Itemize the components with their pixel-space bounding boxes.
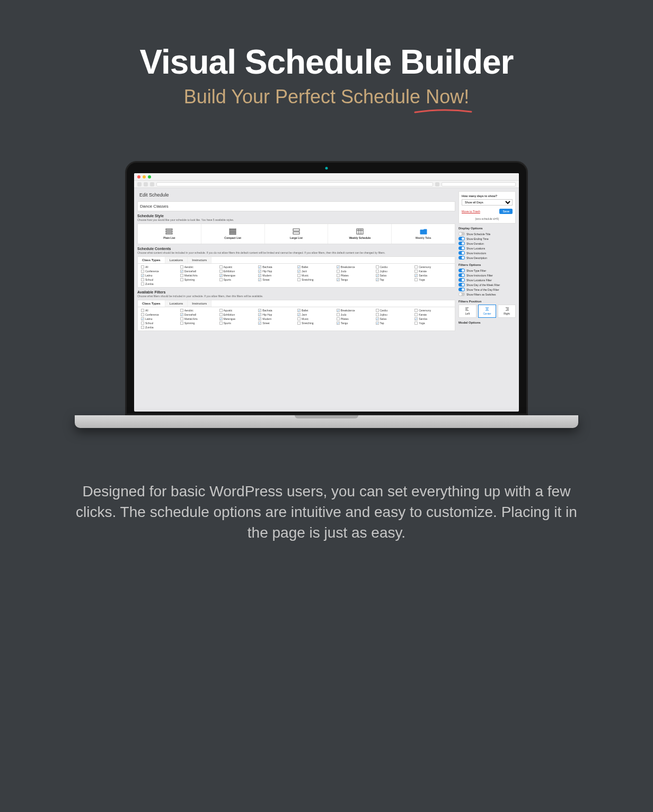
toggle-show-day-of-the-week-filter[interactable]: Show Day of the Week Filter xyxy=(458,282,516,287)
checkbox-yoga[interactable]: Yoga xyxy=(414,278,452,281)
maximize-icon[interactable] xyxy=(148,175,151,179)
checkbox-ballet[interactable]: Ballet xyxy=(297,309,334,312)
checkbox-bachata[interactable]: Bachata xyxy=(258,309,295,312)
toggle-show-time-of-the-day-filter[interactable]: Show Time of the Day Filter xyxy=(458,287,516,292)
minimize-icon[interactable] xyxy=(143,175,146,179)
checkbox-aerobic[interactable]: Aerobic xyxy=(180,265,217,269)
checkbox-bachata[interactable]: Bachata xyxy=(258,265,295,269)
toggle-show-type-filter[interactable]: Show Type Filter xyxy=(458,268,516,273)
checkbox-merengue[interactable]: Merengue xyxy=(219,274,257,277)
style-option-large-list[interactable]: Large List xyxy=(265,224,329,244)
checkbox-music[interactable]: Music xyxy=(297,274,334,277)
toggle-show-instructors[interactable]: Show Instructors xyxy=(458,251,516,255)
checkbox-latino[interactable]: Latino xyxy=(141,317,178,320)
checkbox-dancehall[interactable]: Dancehall xyxy=(180,270,217,273)
search-bar[interactable] xyxy=(442,182,516,186)
toggle-show-description[interactable]: Show Description xyxy=(458,255,516,260)
checkbox-zumba[interactable]: Zumba xyxy=(141,282,178,285)
checkbox-cardio[interactable]: Cardio xyxy=(376,309,413,312)
checkbox-modern[interactable]: Modern xyxy=(258,317,295,320)
style-option-plain-list[interactable]: Plain List xyxy=(138,224,201,244)
checkbox-sports[interactable]: Sports xyxy=(219,278,257,281)
position-center[interactable]: Center xyxy=(478,305,496,318)
checkbox-tap[interactable]: Tap xyxy=(376,278,413,281)
checkbox-dancehall[interactable]: Dancehall xyxy=(180,313,217,316)
tab-locations[interactable]: Locations xyxy=(165,257,188,263)
checkbox-samba[interactable]: Samba xyxy=(414,317,452,320)
checkbox-pilates[interactable]: Pilates xyxy=(337,317,374,320)
checkbox-conference[interactable]: Conference xyxy=(141,270,178,273)
toggle-show-schedule-title[interactable]: Show Schedule Title xyxy=(458,231,516,236)
close-icon[interactable] xyxy=(137,175,140,179)
checkbox-jujitsu[interactable]: Jujitsu xyxy=(376,270,413,273)
style-option-weekly-tabs[interactable]: Weekly Tabs xyxy=(392,224,455,244)
address-bar[interactable] xyxy=(156,182,433,186)
checkbox-latino[interactable]: Latino xyxy=(141,274,178,277)
checkbox-salsa[interactable]: Salsa xyxy=(376,274,413,277)
search-icon[interactable] xyxy=(435,182,439,186)
checkbox-ceremony[interactable]: Ceremony xyxy=(414,309,452,312)
checkbox-salsa[interactable]: Salsa xyxy=(376,317,413,320)
checkbox-karate[interactable]: Karate xyxy=(414,313,452,316)
schedule-name-input[interactable]: Dance Classes xyxy=(137,201,455,211)
toggle-show-duration[interactable]: Show Duration xyxy=(458,241,516,246)
checkbox-ballet[interactable]: Ballet xyxy=(297,265,334,269)
toggle-show-locations[interactable]: Show Locations xyxy=(458,246,516,251)
style-option-weekly-schedule[interactable]: Weekly Schedule xyxy=(328,224,392,244)
menu-button[interactable] xyxy=(150,182,154,186)
checkbox-cardio[interactable]: Cardio xyxy=(376,265,413,269)
checkbox-all[interactable]: All xyxy=(141,309,178,312)
checkbox-ceremony[interactable]: Ceremony xyxy=(414,265,452,269)
checkbox-judo[interactable]: Judo xyxy=(337,313,374,316)
checkbox-samba[interactable]: Samba xyxy=(414,274,452,277)
checkbox-spinning[interactable]: Spinning xyxy=(180,322,217,325)
back-button[interactable] xyxy=(137,182,142,186)
checkbox-tango[interactable]: Tango xyxy=(337,278,374,281)
tab-class-types[interactable]: Class Types xyxy=(138,257,165,263)
checkbox-stretching[interactable]: Stretching xyxy=(297,322,334,325)
tab-instructors[interactable]: Instructors xyxy=(188,257,211,263)
checkbox-jazz[interactable]: Jazz xyxy=(297,313,334,316)
checkbox-yoga[interactable]: Yoga xyxy=(414,322,452,325)
save-button[interactable]: Save xyxy=(499,209,513,214)
checkbox-hip-hop[interactable]: Hip Hop xyxy=(258,313,295,316)
checkbox-tango[interactable]: Tango xyxy=(337,322,374,325)
tab-class-types[interactable]: Class Types xyxy=(138,300,165,307)
checkbox-zumba[interactable]: Zumba xyxy=(141,326,178,329)
toggle-show-filters-as-switches[interactable]: Show Filters as Switches xyxy=(458,292,516,297)
checkbox-martial-arts[interactable]: Martial Arts xyxy=(180,317,217,320)
checkbox-stretching[interactable]: Stretching xyxy=(297,278,334,281)
checkbox-exhibition[interactable]: Exhibition xyxy=(219,313,257,316)
checkbox-school[interactable]: School xyxy=(141,278,178,281)
checkbox-sports[interactable]: Sports xyxy=(219,322,257,325)
position-right[interactable]: Right xyxy=(498,305,516,318)
checkbox-karate[interactable]: Karate xyxy=(414,270,452,273)
days-select[interactable]: Show all Days xyxy=(462,199,513,206)
checkbox-conference[interactable]: Conference xyxy=(141,313,178,316)
tab-locations[interactable]: Locations xyxy=(165,300,188,307)
checkbox-aquatic[interactable]: Aquatic xyxy=(219,265,257,269)
move-to-trash-link[interactable]: Move to Trash xyxy=(462,210,480,213)
checkbox-music[interactable]: Music xyxy=(297,317,334,320)
checkbox-aquatic[interactable]: Aquatic xyxy=(219,309,257,312)
checkbox-school[interactable]: School xyxy=(141,322,178,325)
checkbox-street[interactable]: Street xyxy=(258,278,295,281)
checkbox-merengue[interactable]: Merengue xyxy=(219,317,257,320)
tab-instructors[interactable]: Instructors xyxy=(188,300,211,307)
toggle-show-ending-time[interactable]: Show Ending Time xyxy=(458,236,516,241)
checkbox-modern[interactable]: Modern xyxy=(258,274,295,277)
checkbox-jazz[interactable]: Jazz xyxy=(297,270,334,273)
checkbox-tap[interactable]: Tap xyxy=(376,322,413,325)
toggle-show-locations-filter[interactable]: Show Locations Filter xyxy=(458,278,516,282)
forward-button[interactable] xyxy=(144,182,148,186)
checkbox-pilates[interactable]: Pilates xyxy=(337,274,374,277)
checkbox-hip-hop[interactable]: Hip Hop xyxy=(258,270,295,273)
checkbox-judo[interactable]: Judo xyxy=(337,270,374,273)
position-left[interactable]: Left xyxy=(458,305,476,318)
checkbox-jujitsu[interactable]: Jujitsu xyxy=(376,313,413,316)
checkbox-street[interactable]: Street xyxy=(258,322,295,325)
toggle-show-instructors-filter[interactable]: Show Instructors Filter xyxy=(458,273,516,278)
style-option-compact-list[interactable]: Compact List xyxy=(201,224,265,244)
checkbox-breakdance[interactable]: Breakdance xyxy=(337,265,374,269)
checkbox-all[interactable]: All xyxy=(141,265,178,269)
